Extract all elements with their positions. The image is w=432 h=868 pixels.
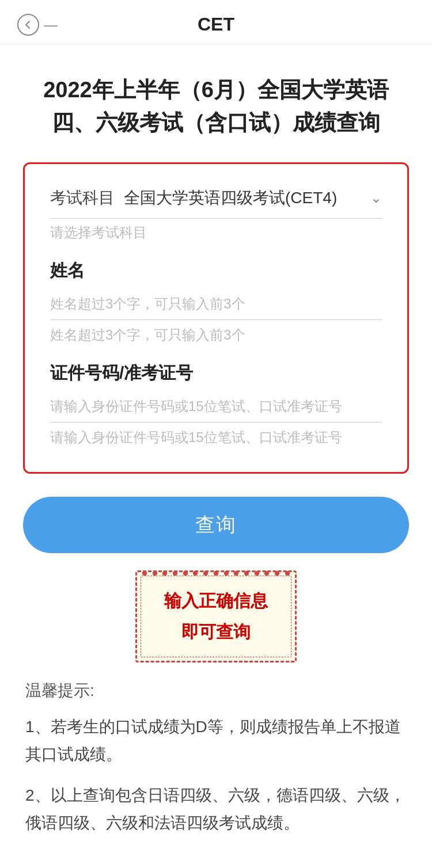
header-title: CET — [198, 14, 234, 35]
back-circle-icon — [17, 14, 39, 36]
page-title: 2022年上半年（6月）全国大学英语四、六级考试（含口试）成绩查询 — [0, 45, 432, 162]
query-button[interactable]: 查询 — [23, 497, 409, 553]
form-card: 考试科目 全国大学英语四级考试(CET4) ⌄ 请选择考试科目 姓名 姓名超过3… — [23, 162, 409, 474]
subject-label: 考试科目 — [50, 187, 115, 209]
tips-item-1: 1、若考生的口试成绩为D等，则成绩报告单上不报道其口试成绩。 — [25, 713, 407, 768]
name-label: 姓名 — [50, 259, 382, 283]
subject-value: 全国大学英语四级考试(CET4) — [124, 187, 337, 209]
stamp-dots — [137, 571, 295, 576]
id-field-group: 证件号码/准考证号 请输入身份证件号码或15位笔试、口试准考证号 — [50, 361, 382, 447]
name-field-group: 姓名 姓名超过3个字，可只输入前3个 — [50, 259, 382, 344]
subject-hint: 请选择考试科目 — [50, 223, 382, 242]
stamp-text: 输入正确信息 即可查询 — [164, 585, 268, 648]
name-hint: 姓名超过3个字，可只输入前3个 — [50, 326, 382, 344]
name-input[interactable] — [50, 290, 382, 320]
back-button[interactable]: — — [17, 14, 58, 36]
chevron-down-icon: ⌄ — [370, 190, 382, 206]
subject-left: 考试科目 全国大学英语四级考试(CET4) — [50, 187, 337, 209]
id-hint: 请输入身份证件号码或15位笔试、口试准考证号 — [50, 428, 382, 447]
subject-selector[interactable]: 考试科目 全国大学英语四级考试(CET4) ⌄ — [50, 187, 382, 219]
tips-item-2: 2、以上查询包含日语四级、六级，德语四级、六级，俄语四级、六级和法语四级考试成绩… — [25, 782, 407, 836]
stamp-image: 输入正确信息 即可查询 — [135, 570, 297, 663]
tips-title: 温馨提示: — [25, 680, 407, 702]
header: — CET — [0, 0, 432, 45]
stamp-container: 输入正确信息 即可查询 — [0, 570, 432, 663]
id-label: 证件号码/准考证号 — [50, 361, 382, 385]
tips-section: 温馨提示: 1、若考生的口试成绩为D等，则成绩报告单上不报道其口试成绩。 2、以… — [0, 663, 432, 868]
back-dash: — — [44, 17, 58, 33]
id-input[interactable] — [50, 392, 382, 422]
